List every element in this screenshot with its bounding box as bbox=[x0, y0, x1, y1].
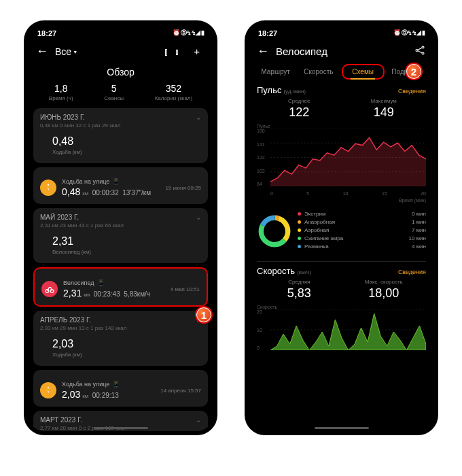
zone-row: Разминка4 мин bbox=[298, 243, 426, 250]
home-indicator[interactable] bbox=[94, 427, 148, 429]
header: ← Все▼ ⫿⫾ + bbox=[28, 39, 213, 64]
header: ← Велосипед bbox=[249, 39, 434, 64]
pulse-chart: 16014112210384 05101520 Время (мин) bbox=[257, 129, 426, 193]
svg-point-6 bbox=[422, 52, 424, 54]
pulse-header: Пульс(уд./мин) Сведения bbox=[249, 85, 434, 95]
page-title: Велосипед bbox=[276, 46, 407, 57]
chevron-down-icon: ⌄ bbox=[196, 214, 201, 221]
back-icon[interactable]: ← bbox=[257, 44, 269, 58]
home-indicator[interactable] bbox=[315, 427, 369, 429]
phone-icon: 📱 bbox=[97, 279, 105, 286]
back-icon[interactable]: ← bbox=[36, 44, 48, 58]
category-dropdown[interactable]: Все▼ bbox=[55, 46, 157, 57]
phone-icon: 📱 bbox=[112, 381, 120, 388]
walk-icon bbox=[40, 180, 56, 196]
month-card[interactable]: МАЙ 2023 Г.⌄2,31 км 23 мин 43 с 1 раз 66… bbox=[33, 208, 208, 263]
bike-icon bbox=[41, 281, 58, 297]
status-icons: ⏰ ⓑ ᶻ₁ ᶻ₂ ◢ ▮ bbox=[393, 29, 425, 37]
phone-icon: 📱 bbox=[112, 178, 120, 185]
tab-speed[interactable]: Скорость bbox=[298, 64, 338, 80]
pulse-details-link[interactable]: Сведения bbox=[398, 88, 426, 95]
svg-point-4 bbox=[416, 50, 418, 52]
annotation-badge-1: 1 bbox=[195, 306, 213, 324]
tab-route[interactable]: Маршрут bbox=[255, 64, 296, 80]
speed-details-link[interactable]: Сведения bbox=[398, 269, 426, 275]
chevron-down-icon: ⌄ bbox=[196, 114, 201, 121]
speed-header: Скорость(км/ч) Сведения bbox=[249, 266, 434, 276]
svg-point-0 bbox=[48, 184, 49, 186]
pulse-stats: Среднее122 Максимум149 bbox=[249, 95, 434, 124]
activity-card[interactable]: Ходьба на улице 📱2,03км 00:29:13 14 апре… bbox=[33, 370, 208, 407]
tab-schemes[interactable]: Схемы bbox=[342, 64, 385, 80]
chevron-down-icon: ⌄ bbox=[196, 416, 201, 424]
zone-row: Анаэробная1 мин bbox=[298, 219, 426, 225]
speed-avg: Средняя5,83 bbox=[257, 279, 342, 301]
svg-point-5 bbox=[422, 46, 424, 48]
zone-row: Экстрим0 мин bbox=[298, 211, 426, 217]
month-card[interactable]: АПРЕЛЬ 2023 Г.⌄2,03 км 29 мин 13 с 1 раз… bbox=[33, 311, 208, 366]
zone-row: Аэробная7 мин bbox=[298, 227, 426, 233]
phone-overview: 18:27 ⏰ ⓑ ᶻ₁ ᶻ₂ ◢ ▮ ← Все▼ ⫿⫾ + Обзор 1,… bbox=[28, 24, 213, 431]
speed-chart: 20100 bbox=[257, 309, 426, 357]
zones-donut bbox=[257, 214, 292, 249]
month-card[interactable]: ИЮНЬ 2023 Г.⌄0,48 км 0 мин 32 с 1 раз 29… bbox=[33, 108, 208, 163]
zones-legend: Экстрим0 минАнаэробная1 минАэробная7 мин… bbox=[249, 204, 434, 257]
activity-card[interactable]: Ходьба на улице 📱0,48км 00:00:32 13'37"/… bbox=[33, 167, 208, 204]
status-bar: 18:27 ⏰ ⓑ ᶻ₁ ᶻ₂ ◢ ▮ bbox=[249, 24, 434, 39]
stats-icon[interactable]: ⫿⫾ bbox=[164, 46, 185, 57]
divider bbox=[257, 261, 426, 262]
speed-max: Макс. скорость18,00 bbox=[342, 279, 427, 301]
svg-point-1 bbox=[46, 290, 49, 293]
total-time: 1,8Время (ч) bbox=[49, 83, 73, 101]
add-icon[interactable]: + bbox=[194, 46, 205, 57]
phone-detail: 18:27 ⏰ ⓑ ᶻ₁ ᶻ₂ ◢ ▮ ← Велосипед Маршрут … bbox=[249, 24, 434, 431]
status-bar: 18:27 ⏰ ⓑ ᶻ₁ ᶻ₂ ◢ ▮ bbox=[28, 24, 213, 39]
pulse-avg: Среднее122 bbox=[257, 98, 342, 120]
status-icons: ⏰ ⓑ ᶻ₁ ᶻ₂ ◢ ▮ bbox=[173, 29, 204, 37]
total-sessions: 5Сеансы bbox=[104, 83, 124, 101]
speed-stats: Средняя5,83 Макс. скорость18,00 bbox=[249, 276, 434, 305]
pulse-max: Максимум149 bbox=[342, 98, 427, 120]
speed-y-label: Скорость bbox=[257, 305, 434, 309]
header-actions: ⫿⫾ + bbox=[164, 46, 205, 57]
totals-row: 1,8Время (ч) 5Сеансы 352Калории (ккал) bbox=[28, 83, 213, 108]
section-title: Обзор bbox=[28, 64, 213, 83]
pulse-y-label: Пульс bbox=[257, 124, 434, 129]
activity-card[interactable]: Велосипед 📱2,31км 00:23:43 5,83км/ч4 мая… bbox=[33, 267, 208, 307]
clock: 18:27 bbox=[258, 29, 277, 37]
svg-point-3 bbox=[48, 387, 49, 388]
annotation-badge-2: 2 bbox=[405, 63, 423, 80]
clock: 18:27 bbox=[37, 29, 56, 37]
zone-row: Сжигание жира10 мин bbox=[298, 235, 426, 241]
walk-icon bbox=[40, 382, 56, 398]
total-calories: 352Калории (ккал) bbox=[155, 83, 193, 101]
share-icon[interactable] bbox=[414, 44, 426, 58]
